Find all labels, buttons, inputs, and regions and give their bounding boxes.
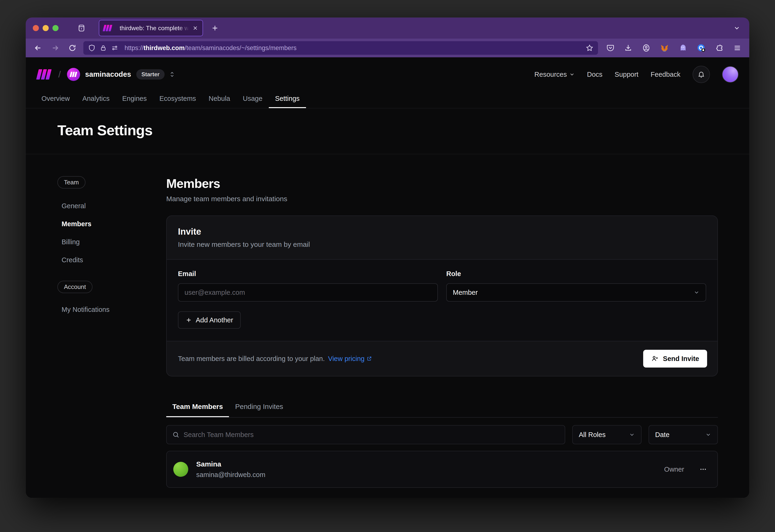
view-pricing-link[interactable]: View pricing [328, 355, 372, 363]
lock-icon[interactable] [100, 44, 107, 51]
pocket-button[interactable] [607, 44, 615, 52]
invite-subtitle: Invite new members to your team by email [178, 240, 706, 248]
member-name: Samina [196, 460, 265, 468]
onepassword-button[interactable] [697, 44, 706, 52]
menu-button[interactable] [733, 44, 741, 52]
member-actions-menu-button[interactable] [699, 465, 707, 473]
send-invite-button[interactable]: Send Invite [643, 350, 707, 368]
tab-team-members[interactable]: Team Members [166, 399, 229, 417]
thirdweb-logo[interactable] [36, 69, 52, 80]
tab-close-button[interactable] [192, 25, 198, 31]
members-filter-row: All Roles Date [166, 425, 718, 444]
feedback-link[interactable]: Feedback [651, 71, 680, 78]
bell-icon [698, 71, 705, 78]
search-icon [172, 431, 179, 438]
phantom-button[interactable] [679, 44, 687, 52]
window-controls [33, 25, 58, 31]
forward-button[interactable] [51, 44, 59, 52]
back-button[interactable] [34, 44, 42, 52]
tab-settings[interactable]: Settings [269, 91, 306, 108]
url-path: /team/saminacodes/~/settings/members [185, 44, 297, 51]
support-label: Support [615, 71, 639, 78]
url-bar[interactable]: https://thirdweb.com/team/saminacodes/~/… [83, 41, 598, 55]
sidebar-item-credits[interactable]: Credits [62, 256, 166, 264]
sidebar-item-general[interactable]: General [62, 202, 166, 210]
billing-note: Team members are billed according to you… [178, 355, 372, 363]
sidebar-item-my-notifications[interactable]: My Notifications [62, 306, 166, 313]
add-another-button[interactable]: Add Another [178, 311, 241, 329]
tab-ecosystems[interactable]: Ecosystems [153, 91, 202, 108]
toolbar-extensions [607, 44, 741, 52]
chevron-down-icon [629, 432, 635, 438]
list-all-tabs-button[interactable] [733, 25, 740, 32]
tab-pending-invites[interactable]: Pending Invites [229, 399, 289, 417]
invite-card: Invite Invite new members to your team b… [166, 215, 718, 376]
docs-label: Docs [587, 71, 603, 78]
hamburger-menu-icon [733, 44, 741, 52]
extensions-button[interactable] [716, 44, 724, 52]
tab-usage[interactable]: Usage [237, 91, 269, 108]
add-another-label: Add Another [196, 316, 233, 324]
user-avatar[interactable] [722, 66, 739, 83]
view-pricing-label: View pricing [328, 355, 365, 363]
member-email: samina@thirdweb.com [196, 471, 265, 479]
sort-filter-select[interactable]: Date [649, 425, 718, 444]
maximize-window-button[interactable] [52, 25, 58, 31]
site-permissions-icon[interactable] [111, 44, 118, 52]
title-band: Team Settings [26, 108, 749, 154]
email-label: Email [178, 270, 438, 278]
members-settings-main: Members Manage team members and invitati… [166, 176, 718, 488]
team-name: saminacodes [85, 70, 131, 79]
reload-button[interactable] [68, 44, 76, 52]
page-title: Team Settings [57, 122, 749, 138]
pocket-icon [607, 44, 615, 52]
roles-filter-select[interactable]: All Roles [572, 425, 642, 444]
browser-tab-bar: thirdweb: The complete web3 d [26, 18, 749, 39]
plan-badge: Starter [136, 69, 164, 80]
team-switcher[interactable]: saminacodes Starter [67, 68, 175, 81]
support-link[interactable]: Support [615, 71, 639, 78]
browser-tab[interactable]: thirdweb: The complete web3 d [99, 20, 203, 36]
resources-menu[interactable]: Resources [534, 71, 575, 78]
member-role: Owner [664, 466, 684, 473]
url-domain: thirdweb.com [143, 44, 185, 51]
notifications-button[interactable] [693, 66, 710, 83]
sidebar-group-account: Account [57, 281, 92, 293]
sidebar-item-members[interactable]: Members [62, 220, 166, 228]
billing-note-text: Team members are billed according to you… [178, 355, 325, 362]
reload-icon [68, 44, 76, 52]
member-row: Samina samina@thirdweb.com Owner [166, 451, 718, 488]
ellipsis-icon [699, 465, 707, 473]
invite-title: Invite [178, 227, 706, 237]
send-invite-label: Send Invite [663, 355, 699, 363]
close-window-button[interactable] [33, 25, 39, 31]
downloads-button[interactable] [624, 44, 632, 52]
sidebar-item-billing[interactable]: Billing [62, 238, 166, 246]
tab-title: thirdweb: The complete web3 d [120, 25, 189, 32]
email-field[interactable] [178, 283, 438, 302]
plus-icon [211, 24, 219, 32]
tab-analytics[interactable]: Analytics [76, 91, 116, 108]
minimize-window-button[interactable] [43, 25, 49, 31]
members-subtitle: Manage team members and invitations [166, 195, 718, 203]
chevron-down-icon [705, 432, 711, 438]
search-input[interactable] [183, 431, 559, 439]
members-title: Members [166, 176, 718, 191]
metamask-button[interactable] [660, 44, 669, 52]
bookmark-star-icon[interactable] [586, 44, 593, 52]
url-text: https://thirdweb.com/team/saminacodes/~/… [124, 44, 582, 52]
tab-nebula[interactable]: Nebula [202, 91, 237, 108]
new-tab-button[interactable] [211, 24, 219, 32]
sort-filter-value: Date [655, 431, 669, 439]
firefox-view-icon [77, 24, 86, 32]
puzzle-piece-icon [716, 44, 724, 52]
firefox-view-button[interactable] [77, 24, 86, 32]
tab-overview[interactable]: Overview [35, 91, 76, 108]
tab-engines[interactable]: Engines [116, 91, 153, 108]
role-label: Role [446, 270, 706, 278]
docs-link[interactable]: Docs [587, 71, 603, 78]
role-select[interactable]: Member [446, 283, 706, 302]
tracking-shield-icon[interactable] [88, 44, 95, 52]
thirdweb-favicon [103, 25, 112, 31]
account-button[interactable] [642, 44, 651, 52]
